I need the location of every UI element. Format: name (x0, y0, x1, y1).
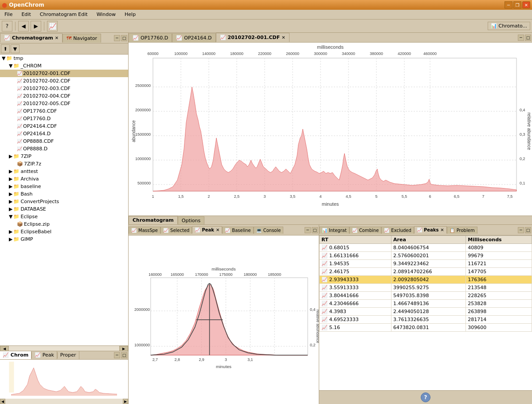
tree-item-op8888d[interactable]: 📈 OP8888.D (0, 145, 128, 153)
tab-excluded[interactable]: 📈 Excluded (381, 227, 414, 234)
table-row[interactable]: 📈 4.230466661.4667489136253828 (320, 300, 532, 308)
mini-scroll-left[interactable]: ◀ (0, 399, 5, 404)
tab-problem[interactable]: 📋 Problem (447, 227, 477, 234)
tab-navigator[interactable]: 🗺 Navigator (63, 34, 101, 43)
titlebar-controls[interactable]: ─ ❐ ✕ (505, 1, 530, 8)
tree-item-op17760cdf[interactable]: 📈 OP17760.CDF (0, 107, 128, 115)
tab-baseline[interactable]: 📈 Baseline (222, 227, 253, 234)
table-row[interactable]: 📈 4.695233333.7613326635281714 (320, 316, 532, 324)
close-button[interactable]: ✕ (522, 1, 530, 8)
mini-scroll-right[interactable]: ▶ (123, 399, 128, 404)
tab-peak[interactable]: 📈 Peak ✕ (192, 226, 222, 234)
tree-down-button[interactable]: ▼ (11, 44, 20, 53)
tree-item-tmp[interactable]: ▼ 📁 tmp (0, 55, 128, 62)
tab-op24164d[interactable]: 📈 OP24164.D (172, 33, 215, 42)
maximize-panel-button[interactable]: □ (121, 35, 127, 41)
chromatogram-view-button[interactable]: 📊 Chromato... (488, 22, 530, 30)
chrom-tab-close[interactable]: ✕ (55, 35, 59, 40)
tree-item-eclipsebabel[interactable]: ▶ 📁 EclipseBabel (0, 228, 128, 235)
bl-maximize-button[interactable]: □ (312, 227, 318, 233)
tree-up-button[interactable]: ⬆ (1, 44, 10, 53)
right-minimize-button[interactable]: ─ (518, 35, 524, 41)
mini-tab-chrom[interactable]: 📈 Chrom (0, 351, 31, 359)
tab-massspec[interactable]: 📈 MassSpe (129, 227, 160, 234)
right-maximize-button[interactable]: □ (525, 35, 531, 41)
table-row[interactable]: 📈 2.939433332.0092805042176366 (320, 276, 532, 284)
back-button[interactable]: ◀ (18, 21, 29, 31)
table-row[interactable]: 📈 3.559133333990255.9275213548 (320, 284, 532, 292)
row-icon: 📈 (321, 269, 329, 275)
forward-button[interactable]: ▶ (31, 21, 41, 31)
tree-item-database[interactable]: ▶ 📁 DATABASE (0, 205, 128, 213)
tree-item-file-002[interactable]: 📈 20102702-002.CDF (0, 77, 128, 85)
tree-item-op17760d[interactable]: 📈 OP17760.D (0, 115, 128, 122)
tab-chromatogram[interactable]: 📈 Chromatogram ✕ (0, 33, 63, 43)
peaks-data-table[interactable]: RT Area Milliseconds 📈 0.680158.04046067… (319, 235, 532, 390)
menu-chromatogram-edit[interactable]: Chromatogram Edit (37, 11, 90, 18)
table-row[interactable]: 📈 1.661316662.576060020199679 (320, 252, 532, 260)
table-row[interactable]: 📈 2.461752.08914702266147705 (320, 268, 532, 276)
table-row[interactable]: 📈 0.680158.040460675440809 (320, 244, 532, 252)
tab-integrat[interactable]: 📊 Integrat (319, 227, 349, 234)
chart-button[interactable]: 📈 (47, 21, 58, 31)
menu-edit[interactable]: Edit (19, 11, 33, 18)
mini-tab-proper[interactable]: Proper (58, 351, 79, 359)
tree-item-file-004[interactable]: 📈 20102702-004.CDF (0, 92, 128, 100)
bl-minimize-button[interactable]: ─ (305, 227, 311, 233)
tree-item-eclipse-folder[interactable]: ▼ 📁 Eclipse (0, 213, 128, 220)
col-rt[interactable]: RT (320, 236, 391, 244)
tree-item-gimp[interactable]: ▶ 📁 GIMP (0, 235, 128, 243)
tree-item-eclipse-zip[interactable]: 📦 Eclipse.zip (0, 220, 128, 228)
file-tree[interactable]: ▼ 📁 tmp ▼ 📁 _CHROM 📈 20102702-001.CDF 📈 … (0, 55, 128, 345)
tab-selected[interactable]: 📈 Selected (160, 227, 192, 234)
tree-item-chrom-folder[interactable]: ▼ 📁 _CHROM (0, 62, 128, 70)
tab-peaks-table[interactable]: 📈 Peaks ✕ (414, 226, 447, 234)
mini-minimize-button[interactable]: ─ (114, 352, 120, 358)
br-minimize-button[interactable]: ─ (518, 227, 524, 233)
tree-item-op24164cdf[interactable]: 📈 OP24164.CDF (0, 122, 128, 130)
minimize-panel-button[interactable]: ─ (114, 35, 120, 41)
minimize-button[interactable]: ─ (505, 1, 512, 8)
mini-scroll-track[interactable] (5, 399, 123, 404)
tree-item-anttest[interactable]: ▶ 📁 anttest (0, 168, 128, 175)
tree-item-op8888cdf[interactable]: 📈 OP8888.CDF (0, 137, 128, 145)
tab-console[interactable]: 💻 Console (254, 227, 284, 234)
peak-tab-close[interactable]: ✕ (216, 227, 219, 232)
col-area[interactable]: Area (391, 236, 466, 244)
tree-item-convertprojects[interactable]: ▶ 📁 ConvertProjects (0, 198, 128, 205)
peaks-tab-close[interactable]: ✕ (440, 227, 444, 232)
table-row[interactable]: 📈 1.945359.3449223462116721 (320, 260, 532, 268)
mini-scrollbar[interactable]: ◀ ▶ (0, 399, 128, 404)
tree-item-archiva[interactable]: ▶ 📁 Archiva (0, 175, 128, 183)
table-row[interactable]: 📈 4.39832.4494050128263898 (320, 308, 532, 316)
menu-file[interactable]: File (2, 11, 15, 18)
mini-tab-peak[interactable]: 📈 Peak (32, 351, 57, 359)
menu-help[interactable]: Help (122, 11, 138, 18)
horizontal-scrollbar[interactable]: ◀ ▶ (0, 345, 128, 351)
tree-item-7zip7z[interactable]: 📦 7ZIP.7z (0, 160, 128, 168)
br-maximize-button[interactable]: □ (525, 227, 531, 233)
tab-chromatogram-options[interactable]: Chromatogram (129, 216, 178, 224)
mini-maximize-button[interactable]: □ (121, 352, 127, 358)
tree-item-baseline[interactable]: ▶ 📁 baseline (0, 183, 128, 190)
col-ms[interactable]: Milliseconds (466, 236, 532, 244)
restore-button[interactable]: ❐ (513, 1, 521, 8)
table-row[interactable]: 📈 5.166473820.0831309600 (320, 324, 532, 332)
tab-label: OP17760.D (141, 35, 168, 41)
tree-item-file-005[interactable]: 📈 20102702-005.CDF (0, 100, 128, 107)
help-button[interactable]: ? (421, 392, 430, 402)
menu-window[interactable]: Window (94, 11, 118, 18)
tab-combine[interactable]: 📈 Combine (349, 227, 381, 234)
table-row[interactable]: 📈 3.804416665497035.8398228265 (320, 292, 532, 300)
tree-item-7zip[interactable]: ▶ 📁 7ZIP (0, 153, 128, 160)
tab-20102702-001[interactable]: 📈 20102702-001.CDF ✕ (216, 33, 289, 42)
tab-close-icon[interactable]: ✕ (282, 35, 285, 40)
scroll-track[interactable] (9, 346, 119, 351)
help-toolbar-button[interactable]: ? (2, 21, 12, 31)
tab-op17760d[interactable]: 📈 OP17760.D (129, 33, 172, 42)
tree-item-file-003[interactable]: 📈 20102702-003.CDF (0, 85, 128, 92)
tab-options[interactable]: Options (178, 216, 204, 224)
tree-item-op24164d[interactable]: 📈 OP24164.D (0, 130, 128, 137)
tree-item-bash[interactable]: ▶ 📁 Bash (0, 190, 128, 198)
tree-item-file-001[interactable]: 📈 20102702-001.CDF (0, 70, 128, 77)
